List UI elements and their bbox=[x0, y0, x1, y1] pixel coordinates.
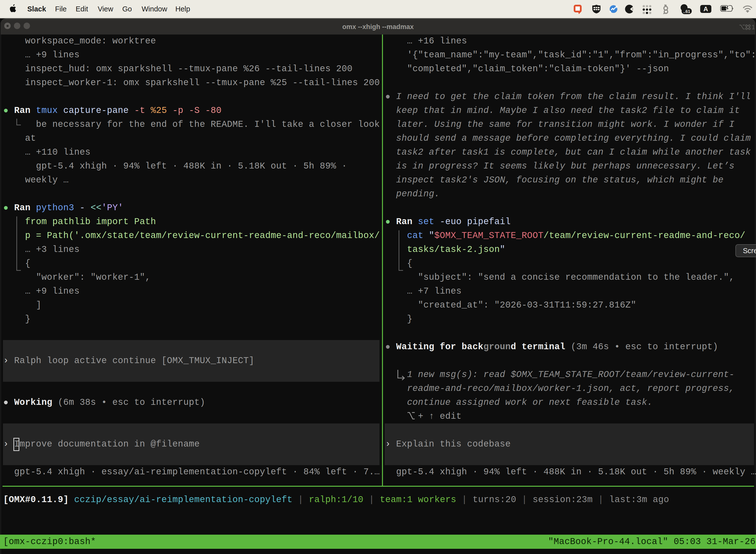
svg-text:..61: ..61 bbox=[683, 9, 690, 14]
svg-text:1: 1 bbox=[752, 23, 755, 31]
